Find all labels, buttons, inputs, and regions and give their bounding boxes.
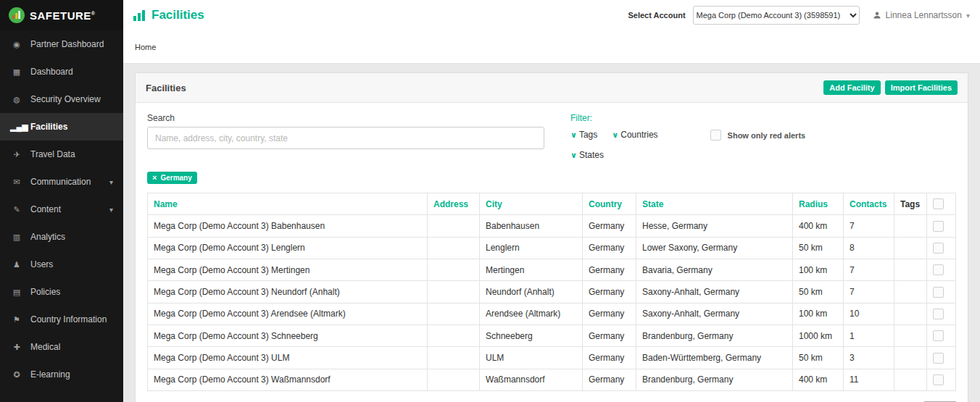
tags-filter-dropdown[interactable]: ∨ Tags	[570, 130, 597, 140]
user-menu[interactable]: Linnea Lennartsson ▾	[873, 10, 970, 20]
cell-city: Neundorf (Anhalt)	[480, 281, 583, 303]
cell-tags	[894, 215, 927, 237]
select-account-wrap: Select Account Mega Corp (Demo Account 3…	[628, 6, 859, 25]
cell-city: Babenhausen	[480, 215, 583, 237]
user-icon	[873, 11, 881, 20]
sidebar-item-users[interactable]: ♟ Users	[0, 251, 123, 278]
search-section: Search	[147, 113, 544, 149]
import-facilities-button[interactable]: Import Facilities	[885, 80, 958, 95]
cell-radius: 400 km	[793, 215, 844, 237]
row-checkbox[interactable]	[933, 264, 944, 275]
sidebar-item-partner-dashboard[interactable]: ◉ Partner Dashboard	[0, 30, 123, 58]
safeture-logo-icon	[9, 7, 25, 23]
search-input[interactable]	[147, 127, 544, 149]
cell-tags	[894, 347, 927, 369]
sidebar-item-security-overview[interactable]: ◍ Security Overview	[0, 85, 123, 113]
sidebar-item-e-learning[interactable]: ✪ E-learning	[0, 361, 123, 388]
user-icon: ♟	[10, 260, 23, 269]
plane-icon: ✈	[10, 150, 23, 159]
sidebar-item-travel-data[interactable]: ✈ Travel Data	[0, 141, 123, 168]
facilities-table: Name Address City Country State Radius C…	[147, 193, 956, 391]
sidebar-item-country-information[interactable]: ⚑ Country Information	[0, 306, 123, 333]
column-header-address[interactable]: Address	[428, 193, 480, 215]
caret-down-icon: ▾	[966, 12, 970, 20]
active-filter-chip[interactable]: × Germany	[147, 172, 197, 184]
row-checkbox[interactable]	[933, 374, 944, 385]
sidebar-item-label: Content	[30, 204, 102, 214]
table-row[interactable]: Mega Corp (Demo Account 3) Arendsee (Alt…	[148, 303, 956, 324]
table-header: Name Address City Country State Radius C…	[148, 193, 956, 215]
account-select[interactable]: Mega Corp (Demo Account 3) (3598591)	[693, 6, 860, 25]
cell-radius: 100 km	[793, 259, 844, 280]
sidebar-item-policies[interactable]: ▤ Policies	[0, 278, 123, 306]
cell-address	[428, 303, 480, 324]
table-row[interactable]: Mega Corp (Demo Account 3) Lenglern Leng…	[148, 237, 956, 259]
row-checkbox[interactable]	[933, 221, 944, 232]
sidebar-item-label: Travel Data	[30, 149, 106, 159]
cell-contacts: 7	[844, 259, 894, 280]
states-filter-dropdown[interactable]: ∨ States	[570, 150, 604, 160]
sidebar-item-label: Communication	[30, 177, 102, 187]
table-row[interactable]: Mega Corp (Demo Account 3) Babenhausen B…	[148, 215, 956, 237]
cell-country: Germany	[583, 259, 636, 280]
red-alerts-checkbox[interactable]	[710, 130, 721, 141]
sidebar-item-facilities[interactable]: ▂▄▆ Facilities	[0, 113, 123, 141]
close-icon[interactable]: ×	[152, 174, 157, 182]
column-header-country[interactable]: Country	[583, 193, 636, 215]
states-filter-label: States	[579, 150, 604, 160]
row-checkbox[interactable]	[933, 330, 944, 341]
sidebar-item-label: Medical	[30, 342, 106, 352]
table-row[interactable]: Mega Corp (Demo Account 3) Schneeberg Sc…	[148, 324, 956, 346]
cell-country: Germany	[583, 237, 636, 259]
bar-chart-icon	[133, 10, 146, 21]
card-body: Search Filter: ∨ Tags ∨	[136, 103, 968, 402]
select-all-checkbox[interactable]	[933, 198, 944, 209]
cell-contacts: 7	[844, 215, 894, 237]
cell-name: Mega Corp (Demo Account 3) Arendsee (Alt…	[148, 303, 428, 324]
sidebar-item-communication[interactable]: ✉ Communication ▾	[0, 168, 123, 196]
cell-tags	[894, 369, 927, 390]
chevron-down-icon: ∨	[612, 130, 618, 140]
column-header-city[interactable]: City	[480, 193, 583, 215]
eye-icon: ◉	[10, 40, 23, 49]
row-checkbox[interactable]	[933, 243, 944, 254]
filter-row-1: ∨ Tags ∨ Countries	[570, 130, 658, 140]
sidebar-item-medical[interactable]: ✚ Medical	[0, 333, 123, 361]
countries-filter-dropdown[interactable]: ∨ Countries	[612, 130, 657, 140]
row-checkbox[interactable]	[933, 353, 944, 364]
cell-state: Bavaria, Germany	[636, 259, 793, 280]
user-name: Linnea Lennartsson	[886, 10, 962, 20]
cell-city: Mertingen	[480, 259, 583, 280]
breadcrumb-home[interactable]: Home	[135, 43, 156, 51]
table-row[interactable]: Mega Corp (Demo Account 3) ULM ULM Germa…	[148, 347, 956, 369]
row-checkbox[interactable]	[933, 309, 944, 319]
registered-mark: ®	[91, 11, 96, 16]
cell-state: Brandenburg, Germany	[636, 324, 793, 346]
dashboard-icon: ▦	[10, 67, 23, 77]
column-header-radius[interactable]: Radius	[793, 193, 844, 215]
app-window: SAFETURE® ◉ Partner Dashboard ▦ Dashboar…	[0, 0, 980, 402]
filter-row-2: ∨ States	[570, 150, 658, 160]
cell-contacts: 1	[844, 324, 894, 346]
table-row[interactable]: Mega Corp (Demo Account 3) Mertingen Mer…	[148, 259, 956, 280]
column-header-state[interactable]: State	[636, 193, 793, 215]
cell-select	[927, 324, 956, 346]
cell-tags	[894, 324, 927, 346]
cell-radius: 50 km	[793, 347, 844, 369]
cell-tags	[894, 237, 927, 259]
brand-logo[interactable]: SAFETURE®	[0, 0, 123, 30]
sidebar: SAFETURE® ◉ Partner Dashboard ▦ Dashboar…	[0, 0, 123, 402]
sidebar-item-content[interactable]: ✎ Content ▾	[0, 196, 123, 223]
column-header-contacts[interactable]: Contacts	[844, 193, 894, 215]
sidebar-item-label: Dashboard	[30, 67, 106, 77]
cell-select	[927, 281, 956, 303]
column-header-name[interactable]: Name	[148, 193, 428, 215]
row-checkbox[interactable]	[933, 287, 944, 298]
sidebar-item-dashboard[interactable]: ▦ Dashboard	[0, 58, 123, 85]
add-facility-button[interactable]: Add Facility	[823, 80, 880, 95]
content-area: Facilities Add Facility Import Facilitie…	[123, 64, 980, 402]
table-row[interactable]: Mega Corp (Demo Account 3) Neundorf (Anh…	[148, 281, 956, 303]
sidebar-item-analytics[interactable]: ▥ Analytics	[0, 223, 123, 251]
table-row[interactable]: Mega Corp (Demo Account 3) Waßmannsdorf …	[148, 369, 956, 390]
card-header-buttons: Add Facility Import Facilities	[823, 80, 958, 95]
